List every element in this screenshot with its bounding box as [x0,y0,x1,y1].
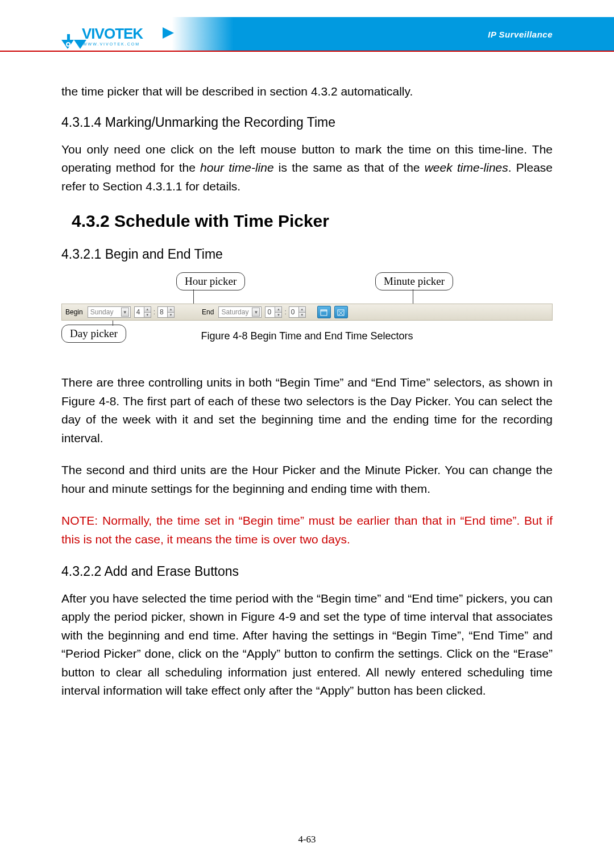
svg-marker-7 [163,27,174,39]
calendar-check-icon [320,309,327,316]
paragraph-intro: the time picker that will be described i… [61,82,553,101]
heading-432: 4.3.2 Schedule with Time Picker [72,211,553,231]
end-minute-value: 0 [291,308,295,316]
spinner-buttons[interactable]: ▲▼ [144,307,151,317]
note-4321: NOTE: Normally, the time set in “Begin t… [61,512,553,549]
end-day-value: Saturday [221,308,248,316]
spinner-buttons[interactable]: ▲▼ [275,307,281,317]
heading-4322: 4.3.2.2 Add and Erase Buttons [61,564,553,579]
heading-4314: 4.3.1.4 Marking/Unmarking the Recording … [61,115,553,130]
page-number: 4-63 [0,834,614,845]
begin-hour-spinner[interactable]: 4 ▲▼ [134,306,151,318]
callout-line [193,289,194,304]
begin-label: Begin [65,308,83,316]
begin-minute-spinner[interactable]: 8 ▲▼ [157,306,175,318]
begin-day-select[interactable]: Sunday ▼ [88,306,131,318]
header-right-text: IP Surveillance [488,30,553,39]
italic-week-timelines: week time-lines [425,161,508,174]
heading-4321: 4.3.2.1 Begin and End Time [61,247,553,262]
spinner-buttons[interactable]: ▲▼ [167,307,174,317]
svg-text:WWW.VIVOTEK.COM: WWW.VIVOTEK.COM [83,42,140,46]
italic-hour-timeline: hour time-line [200,161,274,174]
paragraph-4321-1: There are three controlling units in bot… [61,373,553,447]
spinner-buttons[interactable]: ▲▼ [298,307,305,317]
erase-button[interactable] [334,306,348,318]
svg-rect-9 [321,310,327,312]
time-picker-toolbar: Begin Sunday ▼ 4 ▲▼ : 8 ▲▼ End Saturday … [61,304,553,321]
svg-point-4 [67,43,69,45]
chevron-down-icon[interactable]: ▼ [121,308,129,317]
paragraph-4321-2: The second and third units are the Hour … [61,461,553,498]
begin-day-value: Sunday [90,308,114,316]
begin-hour-value: 4 [136,308,140,316]
callout-minute-picker: Minute picker [375,272,453,290]
time-colon: : [284,308,286,316]
calendar-erase-icon [337,309,345,316]
end-minute-spinner[interactable]: 0 ▲▼ [289,306,306,318]
callout-line [413,289,413,304]
callout-hour-picker: Hour picker [176,272,245,290]
text: is the same as that of the [274,161,425,174]
svg-rect-2 [67,34,70,40]
svg-text:VIVOTEK: VIVOTEK [82,25,143,42]
page-header: VIVOTEK WWW.VIVOTEK.COM IP Surveillance [61,17,553,51]
paragraph-4322: After you have selected the time period … [61,589,553,700]
figure-caption: Figure 4-8 Begin Time and End Time Selec… [61,330,553,342]
begin-minute-value: 8 [160,308,164,316]
paragraph-4314: You only need one click on the left mous… [61,140,553,196]
chevron-down-icon[interactable]: ▼ [252,308,260,317]
end-label: End [202,308,214,316]
end-day-select[interactable]: Saturday ▼ [218,306,262,318]
end-hour-spinner[interactable]: 0 ▲▼ [265,306,282,318]
figure-4-8: Hour picker Minute picker Day picker Beg… [61,272,553,346]
time-colon: : [154,308,155,316]
apply-button[interactable] [317,306,331,318]
end-hour-value: 0 [267,308,271,316]
brand-logo: VIVOTEK WWW.VIVOTEK.COM [61,17,175,51]
